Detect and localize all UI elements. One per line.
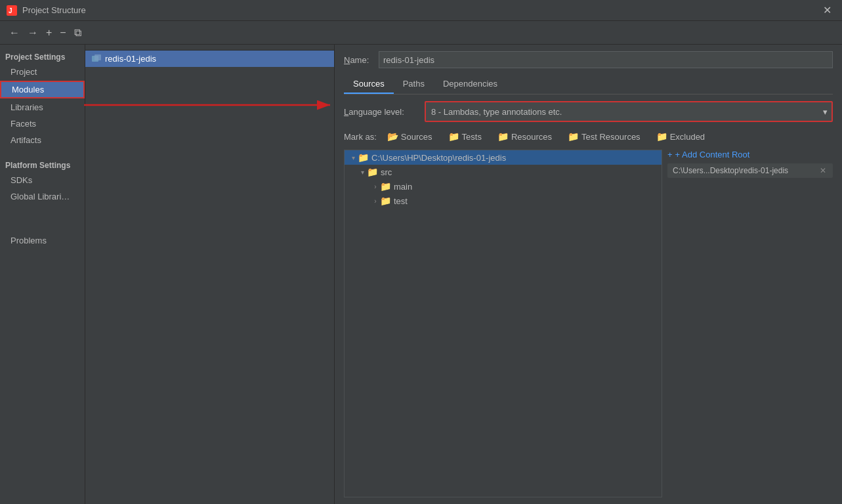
- sidebar-spacer-4: [0, 224, 85, 232]
- folder-excluded-icon: 📁: [656, 131, 667, 142]
- name-label: Name:: [344, 55, 373, 65]
- back-button[interactable]: ←: [7, 26, 22, 40]
- mark-sources-button[interactable]: 📂 Sources: [382, 130, 438, 143]
- content-roots-panel: + + Add Content Root C:\Users...Desktop\…: [662, 150, 833, 497]
- sidebar-item-global-libraries[interactable]: Global Librari…: [0, 189, 85, 204]
- close-button[interactable]: ✕: [819, 3, 835, 18]
- mark-excluded-button[interactable]: 📁 Excluded: [651, 130, 710, 143]
- language-level-label: Language level:: [344, 107, 419, 117]
- platform-settings-title: Platform Settings: [0, 158, 85, 171]
- sidebar-item-artifacts[interactable]: Artifacts: [0, 133, 85, 148]
- forward-button[interactable]: →: [25, 26, 41, 40]
- tab-sources[interactable]: Sources: [344, 75, 394, 94]
- add-content-root-button[interactable]: + + Add Content Root: [667, 150, 833, 159]
- title-bar: J Project Structure ✕: [0, 0, 842, 21]
- sidebar: Project Settings Project Modules Librari…: [0, 45, 85, 504]
- sidebar-spacer-2: [0, 205, 85, 213]
- chevron-right-icon-test: ›: [371, 198, 380, 205]
- content-root-close-button[interactable]: ✕: [818, 166, 828, 175]
- module-item-redis[interactable]: redis-01-jedis: [85, 51, 334, 67]
- sidebar-item-problems[interactable]: Problems: [0, 233, 85, 248]
- project-settings-title: Project Settings: [0, 50, 85, 63]
- sidebar-item-project[interactable]: Project: [0, 64, 85, 79]
- svg-rect-3: [95, 54, 101, 60]
- toolbar: ← → + − ⧉: [0, 21, 842, 45]
- content-root-item: C:\Users...Desktop\redis-01-jedis ✕: [667, 163, 833, 178]
- tree-item-main[interactable]: › 📁 main: [345, 179, 662, 194]
- chevron-right-icon-main: ›: [371, 183, 380, 190]
- folder-resources-icon: 📁: [497, 131, 509, 142]
- tab-dependencies[interactable]: Dependencies: [434, 75, 507, 94]
- app-icon: J: [7, 5, 17, 16]
- module-icon: [92, 54, 101, 64]
- remove-button[interactable]: −: [57, 26, 68, 40]
- tree-item-test[interactable]: › 📁 test: [345, 194, 662, 208]
- language-level-select-wrapper: 8 - Lambdas, type annotations etc. 11 - …: [425, 101, 833, 122]
- module-list: redis-01-jedis: [85, 51, 334, 504]
- mark-resources-button[interactable]: 📁 Resources: [492, 130, 557, 143]
- file-tree-area: ▾ 📁 C:\Users\HP\Desktop\redis-01-jedis ▾…: [344, 150, 833, 497]
- sidebar-item-libraries[interactable]: Libraries: [0, 100, 85, 115]
- add-button[interactable]: +: [43, 26, 54, 40]
- mark-as-row: Mark as: 📂 Sources 📁 Tests 📁 Resources 📁…: [344, 130, 833, 143]
- folder-tests-icon: 📁: [448, 131, 459, 142]
- folder-icon-src: 📁: [367, 167, 378, 177]
- module-toolbar: [85, 45, 334, 51]
- folder-sources-icon: 📂: [387, 131, 398, 142]
- folder-testres-icon: 📁: [568, 131, 579, 142]
- mark-tests-button[interactable]: 📁 Tests: [443, 130, 487, 143]
- right-panel: Name: Sources Paths Dependencies La: [335, 45, 842, 504]
- tree-item-root[interactable]: ▾ 📁 C:\Users\HP\Desktop\redis-01-jedis: [345, 150, 662, 165]
- main-container: ← → + − ⧉ Project Settings Project Modul…: [0, 21, 842, 504]
- language-level-row: Language level: 8 - Lambdas, type annota…: [344, 101, 833, 122]
- module-area: redis-01-jedis: [85, 45, 335, 504]
- sidebar-item-facets[interactable]: Facets: [0, 116, 85, 131]
- plus-icon: +: [667, 150, 673, 159]
- name-row: Name:: [344, 51, 833, 68]
- content-area: Project Settings Project Modules Librari…: [0, 45, 842, 504]
- title-bar-left: J Project Structure: [7, 5, 86, 16]
- folder-icon-test: 📁: [380, 196, 391, 206]
- tab-paths[interactable]: Paths: [394, 75, 434, 94]
- mark-test-resources-button[interactable]: 📁 Test Resources: [562, 130, 646, 143]
- sidebar-item-modules[interactable]: Modules: [0, 81, 85, 98]
- sidebar-spacer-3: [0, 215, 85, 222]
- window-title: Project Structure: [22, 5, 86, 15]
- name-input[interactable]: [379, 51, 833, 68]
- sidebar-spacer: [0, 149, 85, 157]
- language-level-select[interactable]: 8 - Lambdas, type annotations etc. 11 - …: [426, 102, 831, 121]
- chevron-down-icon: ▾: [348, 154, 358, 161]
- chevron-down-icon-src: ▾: [358, 169, 367, 176]
- mark-as-label: Mark as:: [344, 132, 377, 142]
- sidebar-item-sdks[interactable]: SDKs: [0, 173, 85, 188]
- tree-item-src[interactable]: ▾ 📁 src: [345, 165, 662, 179]
- folder-icon: 📁: [358, 152, 369, 163]
- svg-text:J: J: [9, 7, 12, 14]
- tabs: Sources Paths Dependencies: [344, 75, 833, 94]
- folder-icon-main: 📁: [380, 181, 391, 192]
- copy-button[interactable]: ⧉: [72, 26, 84, 40]
- file-tree: ▾ 📁 C:\Users\HP\Desktop\redis-01-jedis ▾…: [344, 150, 662, 497]
